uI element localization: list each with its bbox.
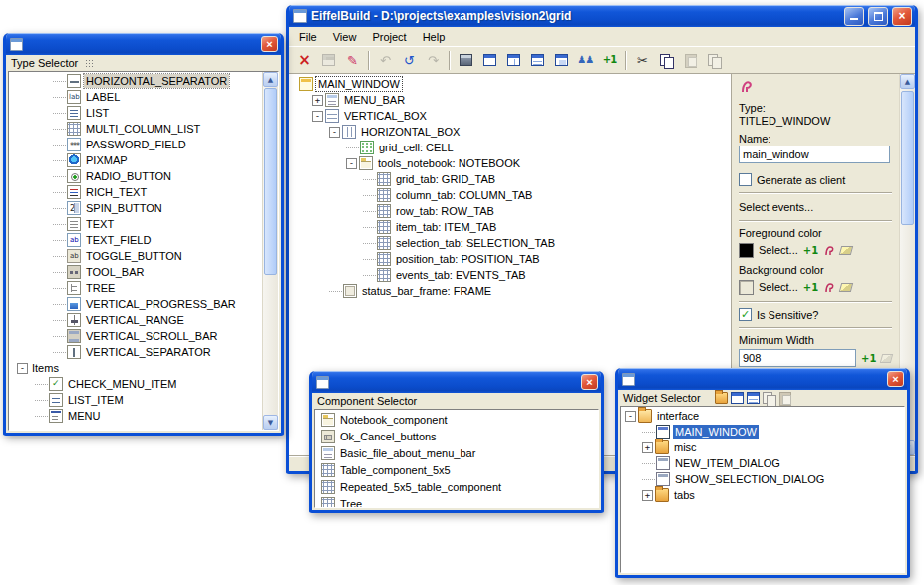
type-selector-item[interactable]: VERTICAL_SEPARATOR [9, 344, 278, 360]
structure-tree-item[interactable]: -tools_notebook: NOTEBOOK [291, 155, 731, 171]
add-icon[interactable]: +1 [803, 282, 818, 293]
type-selector-item[interactable]: TREE [9, 280, 278, 296]
paste-icon[interactable] [778, 392, 791, 404]
component-item[interactable]: Ok_Cancel_buttons [315, 428, 598, 444]
component-item[interactable]: Repeated_5x5_table_component [315, 478, 598, 495]
widget-tree-item[interactable]: +misc [621, 439, 904, 455]
widget-tree-item[interactable]: NEW_ITEM_DIALOG [621, 455, 904, 471]
name-input[interactable] [739, 146, 890, 163]
type-selector-item[interactable]: -Items [9, 360, 278, 376]
eraser-icon[interactable] [880, 354, 893, 363]
type-selector-item[interactable]: LABEL [9, 89, 278, 105]
structure-tree-item[interactable]: row_tab: ROW_TAB [291, 203, 731, 219]
component-item[interactable]: Notebook_component [315, 411, 598, 428]
cut-icon[interactable]: ✂ [631, 49, 654, 72]
collapse-icon[interactable]: - [329, 127, 340, 138]
structure-tree-item[interactable]: selection_tab: SELECTION_TAB [291, 235, 731, 251]
main-titlebar[interactable]: EiffelBuild - D:\projects\examples\visio… [289, 5, 915, 27]
background-select-button[interactable]: Select... [759, 279, 798, 295]
generate-code-icon[interactable] [455, 49, 477, 72]
type-selector-item[interactable]: TEXT_FIELD [9, 232, 278, 248]
eraser-icon[interactable] [839, 283, 853, 292]
collapse-icon[interactable]: - [346, 158, 357, 169]
foreground-select-button[interactable]: Select... [759, 242, 798, 258]
component-selector-titlebar[interactable]: × [312, 371, 601, 393]
add-editor-icon[interactable]: +1 [598, 49, 621, 72]
eraser-icon[interactable] [839, 246, 853, 255]
structure-tree-item[interactable]: column_tab: COLUMN_TAB [291, 187, 731, 203]
type-selector-item[interactable]: TEXT [9, 216, 278, 232]
structure-tree-item[interactable]: -HORIZONTAL_BOX [291, 124, 731, 140]
copy-icon[interactable] [763, 392, 775, 404]
structure-tree-item[interactable]: events_tab: EVENTS_TAB [291, 267, 731, 283]
menu-view[interactable]: View [325, 28, 365, 46]
expand-icon[interactable]: + [312, 95, 323, 106]
minimum-width-input[interactable] [739, 349, 856, 367]
type-selector-item[interactable]: HORIZONTAL_SEPARATOR [9, 73, 278, 89]
pick-and-drop-icon[interactable] [823, 244, 835, 257]
select-events-button[interactable]: Select events... [739, 199, 892, 215]
close-button[interactable]: × [892, 7, 912, 26]
scroll-up-icon[interactable]: ▲ [900, 74, 915, 89]
type-selector-window-icon[interactable] [478, 49, 501, 72]
scrollbar-thumb[interactable] [901, 91, 914, 225]
widget-selector-window-icon[interactable] [526, 49, 549, 72]
scrollbar-track[interactable] [263, 87, 278, 415]
menu-help[interactable]: Help [415, 28, 454, 46]
collapse-icon[interactable]: - [17, 363, 28, 374]
delete-icon[interactable]: × [293, 49, 316, 72]
structure-tree-item[interactable]: status_bar_frame: FRAME [291, 283, 731, 299]
type-selector-item[interactable]: MULTI_COLUMN_LIST [9, 121, 278, 137]
widget-selector-titlebar[interactable]: × [618, 368, 907, 390]
structure-tree-item[interactable]: position_tab: POSITION_TAB [291, 251, 731, 267]
type-selector-item[interactable]: TOGGLE_BUTTON [9, 248, 278, 264]
close-button[interactable]: × [261, 36, 278, 52]
type-selector-item[interactable]: PASSWORD_FIELD [9, 137, 278, 152]
scroll-down-icon[interactable]: ▼ [263, 415, 278, 430]
background-color-swatch[interactable] [739, 280, 754, 295]
new-folder-icon[interactable] [715, 392, 728, 404]
add-widget-icon[interactable] [731, 392, 744, 404]
pick-and-drop-icon[interactable]: ✎ [341, 49, 364, 72]
component-item[interactable]: Basic_file_about_menu_bar [315, 444, 598, 461]
object-editor-window-icon[interactable] [550, 49, 573, 72]
type-selector-item[interactable]: SPIN_BUTTON [9, 200, 278, 216]
type-selector-scrollbar[interactable]: ▲ ▼ [262, 72, 278, 430]
grid-icon[interactable] [747, 392, 760, 404]
type-selector-item[interactable]: LIST [9, 105, 278, 121]
scrollbar-thumb[interactable] [264, 88, 277, 275]
copy-icon[interactable] [655, 49, 678, 72]
modify-tool-icon[interactable] [739, 79, 755, 95]
add-icon[interactable]: +1 [803, 245, 818, 256]
pick-and-drop-icon[interactable] [823, 281, 835, 294]
grip-icon[interactable] [85, 59, 94, 67]
expand-icon[interactable]: + [642, 442, 653, 453]
structure-tree-item[interactable]: grid_cell: CELL [291, 140, 731, 155]
type-selector-item[interactable]: CHECK_MENU_ITEM [9, 376, 278, 392]
close-button[interactable]: × [887, 371, 904, 387]
maximize-button[interactable] [868, 7, 888, 26]
menu-project[interactable]: Project [364, 28, 414, 46]
reset-history-icon[interactable]: ↺ [398, 49, 421, 72]
component-item[interactable]: Table_component_5x5 [315, 461, 598, 478]
close-button[interactable]: × [581, 374, 598, 390]
foreground-color-swatch[interactable] [739, 243, 754, 258]
menu-file[interactable]: File [291, 28, 325, 46]
type-selector-item[interactable]: VERTICAL_PROGRESS_BAR [9, 296, 278, 312]
type-selector-item[interactable]: MENU [9, 408, 278, 424]
type-selector-item[interactable]: LIST_ITEM [9, 392, 278, 408]
collapse-icon[interactable]: - [625, 411, 636, 422]
generate-as-client-checkbox[interactable]: Generate as client [739, 173, 892, 186]
users-icon[interactable]: ♟♟ [574, 49, 597, 72]
type-selector-item[interactable]: PIXMAP [9, 152, 278, 168]
type-selector-item[interactable]: TOOL_BAR [9, 264, 278, 280]
type-selector-item[interactable]: VERTICAL_RANGE [9, 312, 278, 328]
type-selector-item[interactable]: RICH_TEXT [9, 184, 278, 200]
structure-tree-item[interactable]: grid_tab: GRID_TAB [291, 171, 731, 187]
add-icon[interactable]: +1 [861, 353, 876, 364]
type-selector-item[interactable]: VERTICAL_SCROLL_BAR [9, 328, 278, 344]
widget-tree-item[interactable]: MAIN_WINDOW [621, 424, 904, 439]
structure-tree-item[interactable]: +MENU_BAR [291, 92, 731, 108]
is-sensitive-checkbox[interactable]: ✓ Is Sensitive? [739, 308, 892, 321]
component-item[interactable]: Tree [315, 495, 598, 508]
